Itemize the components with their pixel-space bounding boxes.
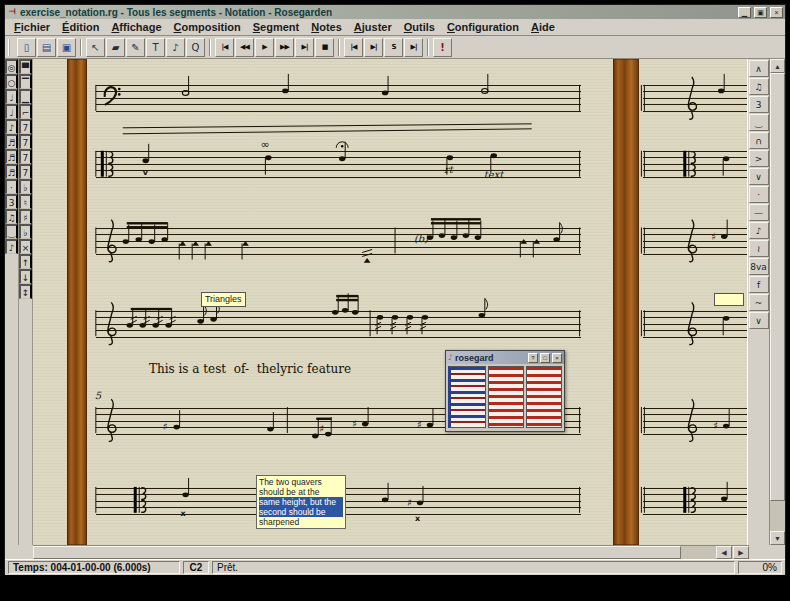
mini-close-button[interactable]: ×	[552, 353, 562, 363]
stem-restore-icon[interactable]: ↕	[19, 284, 32, 299]
erase-tool-icon[interactable]: ▰	[106, 38, 125, 57]
menu-item[interactable]: Configuration	[441, 20, 525, 34]
scroll-right-button[interactable]: ▶	[733, 546, 749, 559]
double-sharp-icon[interactable]: ×	[19, 239, 32, 254]
menu-item[interactable]: Segment	[247, 20, 305, 34]
staff[interactable]	[96, 228, 581, 255]
triplet-icon[interactable]: 3	[749, 96, 769, 113]
rest-half-icon[interactable]: ▁	[19, 89, 32, 104]
staff[interactable]	[643, 408, 747, 435]
page2-annotation[interactable]	[714, 293, 744, 306]
arpeggio-icon[interactable]: ≀	[749, 240, 769, 257]
staff[interactable]	[96, 311, 581, 338]
menu-item[interactable]: Ajuster	[348, 20, 398, 34]
vertical-scroll-thumb[interactable]	[770, 73, 785, 501]
menu-item[interactable]: Fichier	[8, 20, 56, 34]
duration-eighth-icon[interactable]: ♪	[5, 119, 18, 134]
annotation-note[interactable]: The two quaversshould be at thesame heig…	[256, 475, 346, 529]
staff[interactable]	[643, 151, 747, 178]
text-tool-icon[interactable]: T	[146, 38, 165, 57]
mini-window-titlebar[interactable]: ♪ rosegard ? □ ×	[446, 351, 564, 364]
forward-to-end-icon[interactable]: ▶|	[295, 38, 314, 57]
staff[interactable]	[643, 488, 747, 515]
segment-thumbnail[interactable]	[448, 366, 486, 428]
octave-up-icon[interactable]: 8va	[749, 258, 769, 275]
rewind-to-start-icon[interactable]: |◀	[215, 38, 234, 57]
scroll-down-button[interactable]: ▼	[770, 531, 785, 545]
staff[interactable]	[643, 85, 747, 112]
sharp-icon[interactable]: ♯	[19, 209, 32, 224]
horizontal-scrollbar[interactable]: ◀ ▶	[33, 545, 749, 559]
notes-tool-icon[interactable]: ♪	[166, 38, 185, 57]
segment-thumbnail[interactable]	[488, 366, 524, 428]
menu-item[interactable]: Composition	[168, 20, 247, 34]
tenuto-icon[interactable]: —	[749, 204, 769, 221]
scroll-down-icon[interactable]: ∨	[749, 312, 769, 329]
loop-start-icon[interactable]: |◀	[344, 38, 363, 57]
marcato-icon[interactable]: ∨	[749, 168, 769, 185]
menu-item[interactable]: Édition	[56, 20, 105, 34]
minimize-button[interactable]: ▁	[738, 7, 751, 18]
horizontal-scroll-thumb[interactable]	[33, 546, 681, 559]
grace-note-mode-icon[interactable]: ♪	[5, 239, 18, 254]
flat-icon[interactable]: ♭	[19, 179, 32, 194]
toolbar-grip[interactable]	[8, 39, 13, 56]
tie-icon[interactable]: ‿	[749, 114, 769, 131]
rest-thirtysecond-icon[interactable]: 7	[19, 149, 32, 164]
rest-eighth-icon[interactable]: 7	[19, 119, 32, 134]
staccato-icon[interactable]: ·	[749, 186, 769, 203]
save-icon[interactable]: ▣	[57, 38, 76, 57]
menu-item[interactable]: Notes	[305, 20, 348, 34]
duration-whole-icon[interactable]: ○	[5, 74, 18, 89]
rest-whole-icon[interactable]: ▔	[19, 74, 32, 89]
menu-item[interactable]: Outils	[398, 20, 441, 34]
duration-quarter-icon[interactable]: ♩	[5, 104, 18, 119]
mini-maximize-button[interactable]: □	[540, 353, 550, 363]
new-file-icon[interactable]: ▯	[17, 38, 36, 57]
panic-icon[interactable]: !	[433, 38, 452, 57]
menu-item[interactable]: Aide	[525, 20, 561, 34]
rewind-icon[interactable]: ◀◀	[235, 38, 254, 57]
open-file-icon[interactable]: ▤	[37, 38, 56, 57]
pencil-tool-icon[interactable]: ✎	[126, 38, 145, 57]
tie-mode-icon[interactable]: ‿	[5, 224, 18, 239]
select-tool-icon[interactable]: ↖	[86, 38, 105, 57]
accent-icon[interactable]: >	[749, 150, 769, 167]
staff[interactable]	[643, 311, 747, 338]
zoom-tool-icon[interactable]: Q	[186, 38, 205, 57]
play-icon[interactable]: ▶	[255, 38, 274, 57]
mini-help-button[interactable]: ?	[528, 353, 538, 363]
fast-forward-icon[interactable]: ▶▶	[275, 38, 294, 57]
grace-note-icon[interactable]: ♪	[749, 222, 769, 239]
segment-preview-window[interactable]: ♪ rosegard ? □ ×	[445, 350, 565, 432]
stop-icon[interactable]: ■	[315, 38, 334, 57]
duration-breve-icon[interactable]: ◎	[5, 59, 18, 74]
staff[interactable]	[96, 85, 581, 112]
vertical-scrollbar[interactable]: ▲ ▼	[769, 59, 785, 545]
menu-item[interactable]: Affichage	[105, 20, 167, 34]
punch-icon[interactable]: ▶|	[404, 38, 423, 57]
staff[interactable]	[96, 151, 581, 178]
natural-icon[interactable]: ♮	[19, 194, 32, 209]
chord-insert-icon[interactable]: ♫	[749, 78, 769, 95]
duration-sixteenth-icon[interactable]: ♬	[5, 134, 18, 149]
loop-end-icon[interactable]: ▶|	[364, 38, 383, 57]
scroll-up-icon[interactable]: ∧	[749, 60, 769, 77]
lyric-line[interactable]: This is a test of- thelyric feature	[149, 362, 351, 376]
rest-sixtyfourth-icon[interactable]: 7	[19, 164, 32, 179]
triangles-annotation[interactable]: Triangles	[201, 292, 246, 307]
rest-breve-icon[interactable]: ▀	[19, 59, 32, 74]
window-titlebar[interactable]: ⊣ exercise_notation.rg - Tous les segmen…	[5, 5, 785, 19]
slur-icon[interactable]: ∩	[749, 132, 769, 149]
duration-half-icon[interactable]: ♩	[5, 89, 18, 104]
duration-sixtyfourth-icon[interactable]: ♬	[5, 164, 18, 179]
notation-canvas[interactable]: v ∞ rt text (b)	[33, 59, 747, 545]
chord-mode-icon[interactable]: ♫	[5, 209, 18, 224]
trill-icon[interactable]: ~	[749, 294, 769, 311]
duration-thirtysecond-icon[interactable]: ♬	[5, 149, 18, 164]
scroll-left-button[interactable]: ◀	[716, 546, 732, 559]
stem-down-icon[interactable]: ↓	[19, 269, 32, 284]
maximize-button[interactable]: ▣	[754, 7, 767, 18]
dynamics-icon[interactable]: f	[749, 276, 769, 293]
dotted-note-icon[interactable]: ·	[5, 179, 18, 194]
